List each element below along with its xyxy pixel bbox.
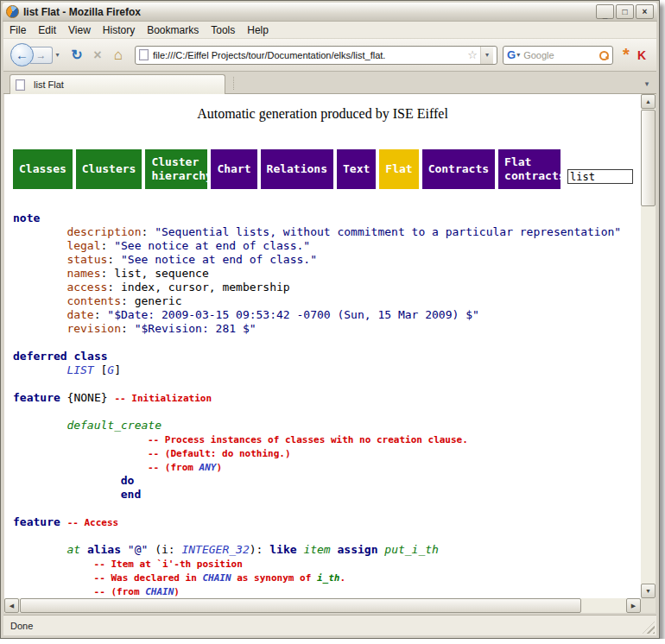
stop-button[interactable]: × bbox=[88, 45, 107, 66]
class-link[interactable]: G bbox=[107, 363, 114, 376]
keyword: like bbox=[269, 543, 296, 556]
menu-item-bookmarks[interactable]: Bookmarks bbox=[141, 22, 205, 38]
scroll-right-button[interactable]: ▶ bbox=[626, 598, 641, 613]
feature-name: item bbox=[303, 543, 330, 556]
window-title: list Flat - Mozilla Firefox bbox=[23, 6, 594, 18]
search-engine-dropdown[interactable]: ▾ bbox=[516, 51, 520, 59]
comment: -- (from bbox=[94, 586, 146, 597]
note-tag: description bbox=[66, 225, 141, 238]
comment: -- Initialization bbox=[114, 393, 212, 404]
nav-button-cluster-hierarchy[interactable]: Cluster hierarchy bbox=[145, 149, 207, 189]
code-line: default_create bbox=[13, 419, 641, 432]
horizontal-scroll-thumb[interactable] bbox=[20, 598, 581, 613]
google-logo-icon: G bbox=[507, 48, 516, 61]
history-dropdown-button[interactable]: ▾ bbox=[53, 47, 62, 64]
comment: -- Process instances of classes with no … bbox=[148, 434, 468, 445]
scroll-up-button[interactable]: ▲ bbox=[641, 94, 656, 109]
page-icon bbox=[139, 49, 149, 60]
class-link[interactable]: CHAIN bbox=[145, 586, 174, 597]
goto-input[interactable] bbox=[567, 169, 633, 184]
vertical-scrollbar[interactable]: ▲ ▼ bbox=[641, 94, 656, 598]
feature-link[interactable]: i_th bbox=[317, 572, 340, 584]
scroll-down-button[interactable]: ▼ bbox=[641, 584, 656, 598]
nav-button-flat-contracts[interactable]: Flat contracts bbox=[498, 149, 560, 189]
comment: -- Item at `i'-th position bbox=[94, 559, 243, 570]
note-tag: revision bbox=[66, 322, 121, 335]
status-bar: Done bbox=[3, 615, 656, 635]
tab-list-flat[interactable]: list Flat bbox=[10, 74, 225, 94]
class-link[interactable]: ANY bbox=[200, 462, 217, 473]
goto-label: Go to: bbox=[568, 152, 609, 165]
code-line: -- Item at `i'-th position bbox=[13, 557, 641, 571]
search-icon[interactable] bbox=[598, 50, 609, 60]
maximize-icon: □ bbox=[622, 8, 627, 16]
nav-button-relations[interactable]: Relations bbox=[261, 149, 333, 189]
code-line: names: list, sequence bbox=[13, 267, 641, 281]
addon-icon-1[interactable]: * bbox=[618, 46, 634, 65]
nav-button-flat[interactable]: Flat bbox=[379, 149, 418, 189]
nav-button-text[interactable]: Text bbox=[337, 149, 376, 189]
nav-button-chart[interactable]: Chart bbox=[211, 149, 256, 189]
forward-icon: → bbox=[36, 49, 47, 61]
nav-button-contracts[interactable]: Contracts bbox=[422, 149, 495, 189]
back-forward-cluster: ← → ▾ bbox=[10, 43, 62, 66]
string-literal: "See notice at end of class." bbox=[121, 253, 317, 266]
scroll-left-icon: ◀ bbox=[10, 603, 14, 609]
minimize-button[interactable]: _ bbox=[596, 4, 614, 19]
keyword: deferred class bbox=[13, 350, 108, 363]
url-input[interactable]: file:///C:/Eiffel Projects/tour/Document… bbox=[153, 50, 465, 60]
close-icon: × bbox=[643, 8, 648, 16]
menu-item-history[interactable]: History bbox=[97, 22, 141, 38]
scroll-down-icon: ▼ bbox=[645, 588, 651, 594]
tab-page-icon bbox=[16, 79, 25, 91]
note-tag: names bbox=[66, 267, 100, 280]
code-text bbox=[331, 543, 338, 556]
nav-button-classes[interactable]: Classes bbox=[13, 149, 73, 189]
note-tag: legal bbox=[66, 239, 100, 252]
comment: as synonym of bbox=[231, 572, 317, 584]
browser-window: list Flat - Mozilla Firefox _ □ × FileEd… bbox=[0, 0, 660, 639]
resize-grip[interactable] bbox=[643, 622, 655, 634]
menu-item-file[interactable]: File bbox=[3, 22, 32, 38]
menu-item-help[interactable]: Help bbox=[241, 22, 275, 38]
nav-button-clusters[interactable]: Clusters bbox=[76, 149, 142, 189]
status-text: Done bbox=[10, 621, 33, 631]
class-link[interactable]: INTEGER_32 bbox=[181, 543, 249, 556]
scrollbar-corner bbox=[641, 598, 656, 613]
home-button[interactable]: ⌂ bbox=[109, 45, 128, 66]
doc-nav-buttons: ClassesClustersCluster hierarchyChartRel… bbox=[13, 149, 638, 189]
scroll-left-button[interactable]: ◀ bbox=[4, 598, 19, 613]
tab-list-dropdown-button[interactable]: ▾ bbox=[639, 74, 655, 93]
back-button[interactable]: ← bbox=[10, 43, 34, 66]
maximize-button[interactable]: □ bbox=[616, 4, 634, 19]
navigation-toolbar: ← → ▾ ↻ × ⌂ file:///C:/Eiffel Projects/t… bbox=[3, 39, 656, 72]
code-text: [ bbox=[94, 363, 108, 376]
menu-item-view[interactable]: View bbox=[62, 22, 97, 38]
vertical-scroll-thumb[interactable] bbox=[641, 110, 656, 206]
class-link[interactable]: CHAIN bbox=[202, 572, 231, 584]
page-title: Automatic generation produced by ISE Eif… bbox=[4, 106, 641, 122]
close-button[interactable]: × bbox=[636, 4, 654, 19]
string-literal: "See notice at end of class." bbox=[114, 239, 310, 252]
url-dropdown-button[interactable]: ▾ bbox=[480, 47, 493, 64]
tab-bar: list Flat ▾ bbox=[3, 72, 656, 94]
reload-button[interactable]: ↻ bbox=[67, 45, 86, 66]
addon-icon-2[interactable]: K bbox=[634, 46, 649, 65]
horizontal-scrollbar[interactable]: ◀ ▶ bbox=[4, 598, 641, 613]
code-line: -- (from CHAIN) bbox=[13, 584, 641, 598]
class-link[interactable]: LIST bbox=[66, 363, 93, 376]
comment: -- Was declared in bbox=[94, 572, 203, 584]
tab-strip-separator bbox=[233, 77, 242, 90]
code-line bbox=[13, 502, 641, 515]
address-bar[interactable]: file:///C:/Eiffel Projects/tour/Document… bbox=[135, 46, 497, 65]
minimize-icon: _ bbox=[603, 10, 608, 19]
search-input[interactable]: Google bbox=[523, 50, 598, 60]
menu-item-edit[interactable]: Edit bbox=[32, 22, 62, 38]
chevron-down-icon: ▾ bbox=[55, 51, 59, 59]
search-bar[interactable]: G ▾ Google bbox=[503, 46, 613, 65]
bookmark-star-icon[interactable]: ☆ bbox=[467, 48, 478, 61]
code-line: feature {NONE} -- Initialization bbox=[13, 391, 641, 405]
keyword: note bbox=[13, 212, 40, 224]
menu-item-tools[interactable]: Tools bbox=[205, 22, 241, 38]
code-text: : generic bbox=[121, 294, 181, 307]
